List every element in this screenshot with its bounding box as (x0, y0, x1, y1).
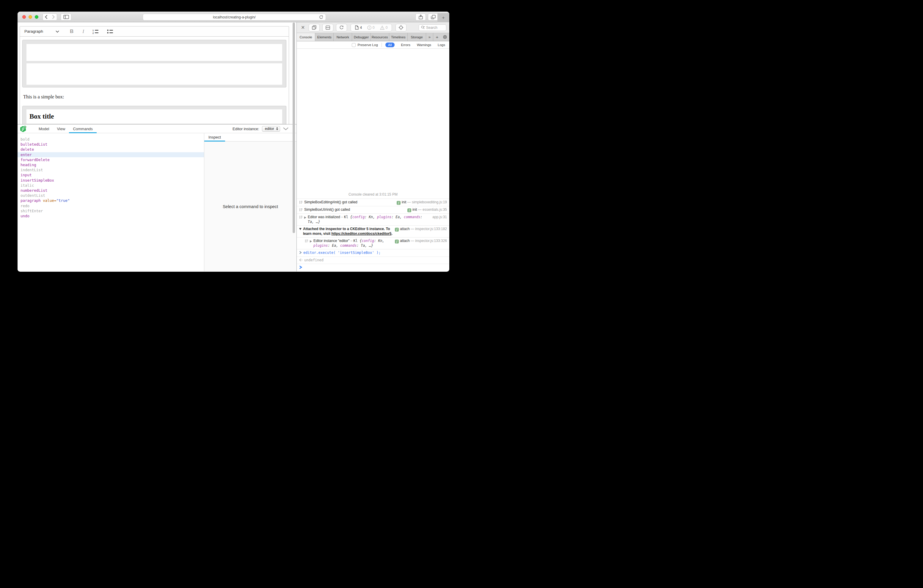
devtools-tab-resources[interactable]: Resources (371, 33, 389, 41)
zoom-window-button[interactable] (35, 15, 38, 19)
disclosure-collapsed-icon[interactable] (310, 240, 312, 243)
devtools-tab-storage[interactable]: Storage (408, 33, 426, 41)
page-scrollbar[interactable] (292, 23, 295, 233)
address-bar[interactable]: localhost/creating-a-plugin/ (143, 14, 326, 21)
console-row-result[interactable]: undefined (297, 256, 449, 264)
bold-button[interactable]: B (70, 28, 74, 34)
console-cleared-message: Console cleared at 3:01:15 PM (297, 192, 449, 199)
command-item-input[interactable]: input (18, 172, 204, 177)
filter-logs[interactable]: Logs (438, 43, 445, 47)
console-source-location[interactable]: fattach — inspector.js:133:182 (395, 227, 447, 232)
close-window-button[interactable] (22, 15, 26, 19)
reload-button[interactable] (319, 15, 323, 20)
console-output: Console cleared at 3:01:15 PM SimpleBoxE… (297, 49, 449, 271)
command-item-italic[interactable]: italic (18, 183, 204, 188)
console-row-log[interactable]: SimpleBoxUI#init() got calledfinit — ess… (297, 206, 449, 214)
error-count[interactable]: 0 (367, 26, 374, 30)
command-item-delete[interactable]: delete (18, 147, 204, 152)
simple-box-widget-empty[interactable] (22, 40, 286, 87)
detach-devtools-button[interactable] (309, 24, 320, 31)
devtools-tab-timelines[interactable]: Timelines (389, 33, 408, 41)
editor-paragraph[interactable]: This is a simple box: (23, 94, 286, 100)
tab-commands[interactable]: Commands (69, 125, 96, 133)
tab-inspect[interactable]: Inspect (204, 133, 225, 141)
back-button[interactable] (43, 13, 50, 21)
preserve-log-checkbox[interactable] (352, 43, 356, 47)
console-link[interactable]: https://ckeditor.com/docs/ckeditor5 (331, 232, 391, 236)
settings-gear-button[interactable] (441, 33, 449, 41)
editor-instance-label: Editor instance: (233, 126, 259, 131)
console-source-location[interactable]: finit — simpleboxediting.js:19 (397, 200, 447, 205)
share-icon (419, 15, 423, 19)
simple-box-widget[interactable]: Box title (22, 106, 286, 124)
function-badge-icon: f (395, 228, 399, 232)
editor-content[interactable]: This is a simple box: Box title (20, 40, 289, 124)
new-tab-button[interactable]: + (437, 13, 449, 22)
element-picker-button[interactable] (396, 24, 406, 31)
heading-dropdown[interactable]: Paragraph (25, 29, 43, 34)
select-arrows-icon (276, 127, 278, 130)
italic-button[interactable]: I (82, 28, 84, 34)
tabs-overflow-button[interactable]: » (426, 33, 433, 41)
filter-warnings[interactable]: Warnings (417, 43, 431, 47)
command-item-undo[interactable]: undo (18, 214, 204, 218)
console-row-prompt[interactable] (297, 264, 449, 271)
tab-overview-button[interactable] (428, 13, 438, 21)
simple-box-description-field[interactable] (26, 63, 282, 85)
command-item-numberedList[interactable]: numberedList (18, 188, 204, 193)
console-row-group[interactable]: Attached the inspector to a CKEditor 5 i… (297, 225, 449, 237)
console-row-input[interactable]: editor.execute( 'insertSimpleBox' ); (297, 249, 449, 256)
page-content: Paragraph B I 1 2 (18, 22, 296, 271)
bulleted-list-button[interactable] (107, 29, 113, 34)
numbered-list-button[interactable]: 1 2 (92, 29, 99, 34)
command-item-heading[interactable]: heading (18, 162, 204, 168)
filter-errors[interactable]: Errors (401, 43, 411, 47)
simple-box-title-field[interactable] (26, 44, 282, 61)
disclosure-expanded-icon[interactable] (299, 228, 302, 230)
console-row-log[interactable]: Editor instance "editor" – Kl {config: K… (297, 237, 449, 249)
close-devtools-button[interactable]: ✕ (301, 25, 305, 30)
search-input[interactable]: Search (419, 25, 446, 31)
console-source-location[interactable]: app.js:31 (432, 215, 447, 220)
filter-divider (381, 43, 382, 47)
editor-instance-select[interactable]: editor (262, 126, 280, 132)
console-source-location[interactable]: finit — essentials.js:35 (407, 207, 447, 212)
minimize-window-button[interactable] (28, 15, 32, 19)
command-item-outdentList[interactable]: outdentList (18, 193, 204, 198)
command-item-enter[interactable]: enter (18, 152, 204, 157)
command-item-indentList[interactable]: indentList (18, 168, 204, 172)
console-row-log[interactable]: SimpleBoxEditing#init() got calledfinit … (297, 199, 449, 206)
tab-model[interactable]: Model (35, 125, 53, 133)
command-item-redo[interactable]: redo (18, 203, 204, 209)
devtools-tab-network[interactable]: Network (333, 33, 352, 41)
warning-count[interactable]: 0 (380, 26, 388, 30)
command-item-bulletedList[interactable]: bulletedList (18, 142, 204, 147)
console-row-log[interactable]: Editor was initialized – Kl {config: Kn,… (297, 214, 449, 225)
filter-all[interactable]: All (385, 43, 394, 47)
inspect-empty-state: Select a command to inspect (204, 141, 296, 271)
sidebar-toggle-button[interactable] (61, 13, 71, 21)
error-count-value: 0 (373, 26, 374, 30)
console-source-location[interactable]: fattach — inspector.js:133:326 (395, 239, 447, 243)
tab-view[interactable]: View (53, 125, 69, 133)
command-item-shiftEnter[interactable]: shiftEnter (18, 209, 204, 214)
command-item-paragraph[interactable]: paragraph value="true" (18, 198, 204, 203)
forward-button[interactable] (50, 13, 57, 21)
resource-count[interactable]: 4 (355, 25, 362, 30)
dock-bottom-button[interactable] (322, 24, 333, 31)
disclosure-collapsed-icon[interactable] (304, 217, 306, 219)
inspector-header: 5 ModelViewCommands Editor instance: edi… (18, 125, 296, 133)
devtools-tab-console[interactable]: Console (297, 33, 315, 41)
share-button[interactable] (416, 13, 426, 21)
command-item-insertSimpleBox[interactable]: insertSimpleBox (18, 178, 204, 183)
command-item-forwardDelete[interactable]: forwardDelete (18, 157, 204, 162)
reload-page-button[interactable] (336, 24, 347, 31)
add-tab-button[interactable]: + (433, 33, 441, 41)
devtools-tab-elements[interactable]: Elements (315, 33, 333, 41)
command-item-bold[interactable]: bold (18, 137, 204, 142)
document-icon (355, 25, 359, 30)
simple-box-title-field[interactable]: Box title (26, 109, 282, 124)
warning-triangle-icon (380, 26, 384, 30)
collapse-inspector-button[interactable] (283, 127, 289, 130)
devtools-tab-debugger[interactable]: Debugger (352, 33, 371, 41)
